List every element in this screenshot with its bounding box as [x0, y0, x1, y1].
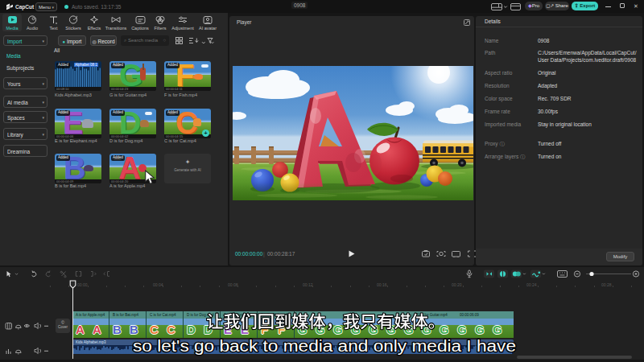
svg-text:so let's go back to media and: so let's go back to media and only media… [133, 337, 516, 355]
